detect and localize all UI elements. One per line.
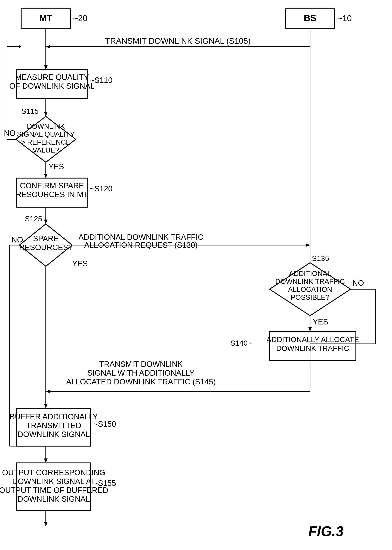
s115-text3: VALUE? [33,146,59,154]
bs-ref: ~10 [337,14,352,23]
s135-text2: DOWNLINK TRAFFIC [275,278,345,285]
s115-text1: SIGNAL QUALITY [17,130,75,138]
s125-text1: SPARE [33,234,59,243]
s150-text3: DOWNLINK SIGNAL [18,430,90,439]
s125-no-label: NO [11,236,23,244]
s155-text4: DOWNLINK SIGNAL [18,495,90,503]
fig-label: FIG.3 [308,523,343,539]
s130-text1: ADDITIONAL DOWNLINK TRAFFIC [79,233,203,241]
s125-yes-label: YES [72,259,88,268]
s135-no-label: NO [352,279,364,287]
s155-text1: OUTPUT CORRESPONDING [2,468,105,477]
s125-ref: S125 [25,214,42,223]
s115-text2: > REFERENCE [21,138,70,146]
s115-yes-label: YES [49,162,64,171]
s110-ref: ~S110 [90,76,112,85]
s155-ref: ~S155 [93,479,116,487]
s150-text1: BUFFER ADDITIONALLY [10,412,98,421]
s150-text2: TRANSMITTED [26,421,81,430]
s140-text1: ADDITIONALLY ALLOCATE [266,336,359,344]
s120-ref: ~S120 [90,184,112,193]
s135-text3: ALLOCATION [288,286,332,293]
s115-text0: DOWNLINK [27,122,65,130]
s135-text1: ADDITIONAL [289,270,331,277]
s120-text2: RESOURCES IN MT [16,190,88,199]
s140-ref: S140~ [230,339,252,347]
s110-text2: OF DOWNLINK SIGNAL [9,82,95,90]
mt-label: MT [39,13,52,23]
s135-text4: POSSIBLE? [291,293,329,301]
s125-text2: RESOURCES? [19,243,72,252]
s110-text1: MEASURE QUALITY [15,73,89,81]
s155-text2: DOWNLINK SIGNAL AT [12,477,95,486]
s155-text3: OUTPUT TIME OF BUFFERED [0,486,108,494]
s115-ref: S115 [21,107,39,115]
s115-no-label: NO [4,129,15,137]
s105-label: TRANSMIT DOWNLINK SIGNAL (S105) [105,36,251,45]
bs-label: BS [304,13,316,23]
s145-text2: SIGNAL WITH ADDITIONALLY [87,369,195,377]
s150-ref: ~S150 [93,420,116,428]
s140-text2: DOWNLINK TRAFFIC [276,344,349,352]
s145-text1: TRANSMIT DOWNLINK [99,360,182,368]
diagram-container: MT ~20 BS ~10 TRANSMIT DOWNLINK SIGNAL (… [0,0,392,550]
s145-text3: ALLOCATED DOWNLINK TRAFFIC (S145) [66,377,216,386]
mt-ref: ~20 [73,14,87,23]
s135-yes-label: YES [313,317,328,326]
s120-text1: CONFIRM SPARE [20,181,84,190]
s135-ref: S135 [312,254,329,263]
s130-text2: ALLOCATION REQUEST (S130) [84,241,198,249]
